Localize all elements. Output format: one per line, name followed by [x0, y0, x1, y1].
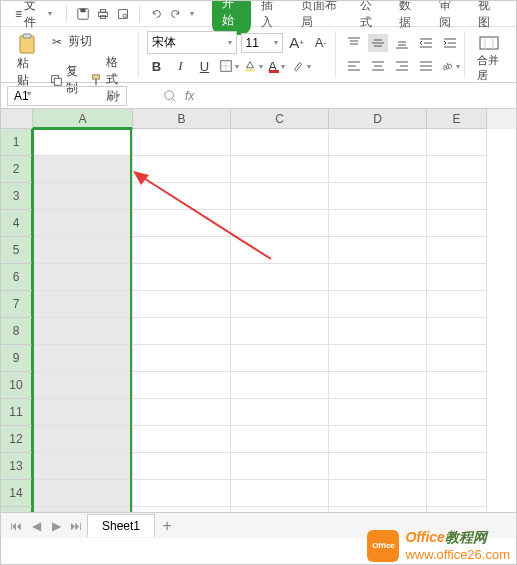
- cell[interactable]: [329, 372, 427, 399]
- cell[interactable]: [133, 156, 231, 183]
- cell[interactable]: [33, 480, 133, 507]
- row-header[interactable]: 10: [1, 372, 33, 399]
- cell[interactable]: [427, 372, 487, 399]
- cell[interactable]: [329, 453, 427, 480]
- align-right-icon[interactable]: [392, 57, 412, 75]
- fx-label[interactable]: fx: [185, 89, 194, 103]
- row-header[interactable]: 5: [1, 237, 33, 264]
- align-left-icon[interactable]: [344, 57, 364, 75]
- align-bottom-icon[interactable]: [392, 34, 412, 52]
- cell[interactable]: [427, 156, 487, 183]
- print-preview-icon[interactable]: [115, 5, 131, 23]
- row-header[interactable]: 9: [1, 345, 33, 372]
- border-button[interactable]: ▾: [219, 56, 239, 76]
- cell[interactable]: [231, 156, 329, 183]
- row-header[interactable]: 6: [1, 264, 33, 291]
- indent-increase-icon[interactable]: [440, 34, 460, 52]
- row-header[interactable]: 8: [1, 318, 33, 345]
- cell[interactable]: [33, 237, 133, 264]
- cell[interactable]: [231, 129, 329, 156]
- sheet-nav-prev-icon[interactable]: ◀: [27, 517, 45, 535]
- align-middle-icon[interactable]: [368, 34, 388, 52]
- tab-start[interactable]: 开始: [212, 0, 252, 35]
- zoom-icon[interactable]: [163, 89, 177, 103]
- col-header-A[interactable]: A: [33, 109, 133, 129]
- cell[interactable]: [329, 129, 427, 156]
- cell[interactable]: [231, 183, 329, 210]
- cell[interactable]: [329, 291, 427, 318]
- cell[interactable]: [33, 264, 133, 291]
- row-header[interactable]: 13: [1, 453, 33, 480]
- cut-button[interactable]: ✂剪切: [45, 31, 134, 52]
- cell[interactable]: [427, 264, 487, 291]
- cell[interactable]: [427, 210, 487, 237]
- cell[interactable]: [133, 399, 231, 426]
- indent-decrease-icon[interactable]: [416, 34, 436, 52]
- cell[interactable]: [231, 291, 329, 318]
- tab-insert[interactable]: 插入: [251, 0, 291, 35]
- cell[interactable]: [33, 210, 133, 237]
- add-sheet-button[interactable]: +: [157, 517, 177, 535]
- cell[interactable]: [329, 210, 427, 237]
- cell[interactable]: [427, 453, 487, 480]
- cell[interactable]: [329, 237, 427, 264]
- cell[interactable]: [33, 129, 133, 156]
- increase-font-icon[interactable]: A+: [287, 33, 307, 53]
- cell[interactable]: [33, 345, 133, 372]
- sheet-tab-active[interactable]: Sheet1: [87, 514, 155, 537]
- cell[interactable]: [427, 480, 487, 507]
- decrease-font-icon[interactable]: A-: [311, 33, 331, 53]
- tab-review[interactable]: 审阅: [429, 0, 469, 35]
- tab-data[interactable]: 数据: [389, 0, 429, 35]
- cell[interactable]: [231, 345, 329, 372]
- cell[interactable]: [33, 399, 133, 426]
- sheet-nav-next-icon[interactable]: ▶: [47, 517, 65, 535]
- cell[interactable]: [329, 399, 427, 426]
- merge-cells-button[interactable]: 合并居: [473, 31, 506, 85]
- cell[interactable]: [329, 183, 427, 210]
- cell[interactable]: [231, 453, 329, 480]
- cell[interactable]: [231, 426, 329, 453]
- cell[interactable]: [133, 210, 231, 237]
- cell[interactable]: [427, 318, 487, 345]
- row-header[interactable]: 12: [1, 426, 33, 453]
- cell[interactable]: [329, 345, 427, 372]
- cell[interactable]: [231, 210, 329, 237]
- cell[interactable]: [133, 372, 231, 399]
- cell[interactable]: [33, 426, 133, 453]
- justify-icon[interactable]: [416, 57, 436, 75]
- redo-icon[interactable]: [168, 5, 184, 23]
- fill-color-button[interactable]: ▾: [243, 56, 263, 76]
- tab-formula[interactable]: 公式: [350, 0, 390, 35]
- cell[interactable]: [231, 237, 329, 264]
- cell[interactable]: [133, 480, 231, 507]
- row-header[interactable]: 14: [1, 480, 33, 507]
- cell[interactable]: [427, 183, 487, 210]
- italic-button[interactable]: I: [171, 56, 191, 76]
- row-header[interactable]: 1: [1, 129, 33, 156]
- cell[interactable]: [427, 291, 487, 318]
- col-header-C[interactable]: C: [231, 109, 329, 129]
- cell[interactable]: [231, 318, 329, 345]
- cell[interactable]: [133, 318, 231, 345]
- cell[interactable]: [427, 399, 487, 426]
- cell[interactable]: [427, 426, 487, 453]
- row-header[interactable]: 2: [1, 156, 33, 183]
- cell[interactable]: [133, 426, 231, 453]
- name-box[interactable]: A1 ▾: [7, 86, 127, 106]
- font-size-select[interactable]: 11▾: [241, 33, 283, 53]
- cell[interactable]: [133, 291, 231, 318]
- col-header-D[interactable]: D: [329, 109, 427, 129]
- cell[interactable]: [231, 372, 329, 399]
- chevron-down-icon[interactable]: ▾: [190, 9, 194, 18]
- cell[interactable]: [329, 480, 427, 507]
- sheet-nav-first-icon[interactable]: ⏮: [7, 517, 25, 535]
- align-center-icon[interactable]: [368, 57, 388, 75]
- cell[interactable]: [33, 372, 133, 399]
- row-header[interactable]: 11: [1, 399, 33, 426]
- align-top-icon[interactable]: [344, 34, 364, 52]
- underline-button[interactable]: U: [195, 56, 215, 76]
- tab-layout[interactable]: 页面布局: [291, 0, 350, 35]
- cell[interactable]: [133, 345, 231, 372]
- cell[interactable]: [33, 156, 133, 183]
